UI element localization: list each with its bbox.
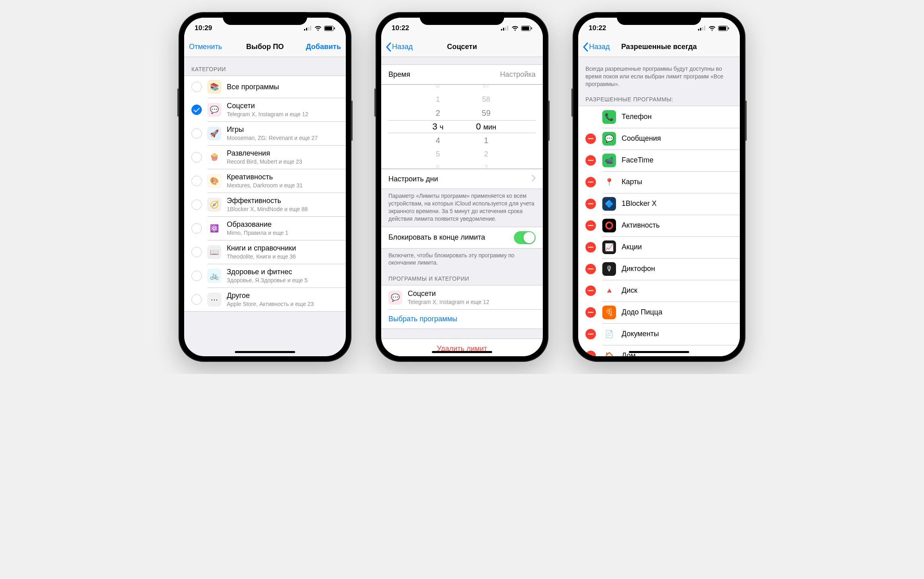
radio-unchecked[interactable] — [191, 128, 202, 139]
svg-rect-20 — [728, 27, 729, 29]
category-row[interactable]: 🧭Эффективность1Blocker X, MindNode и еще… — [184, 193, 346, 216]
app-icon: 🔷 — [602, 197, 616, 211]
svg-rect-12 — [522, 27, 529, 30]
category-title: Развлечения — [227, 149, 302, 158]
remove-button[interactable] — [585, 220, 596, 231]
allowed-app-row[interactable]: 🏠Дом — [578, 345, 740, 356]
allowed-app-row[interactable]: 💬Сообщения — [578, 128, 740, 150]
remove-button[interactable] — [585, 285, 596, 296]
block-at-end-row: Блокировать в конце лимита — [381, 227, 543, 248]
remove-button[interactable] — [585, 351, 596, 356]
app-icon: 📄 — [602, 327, 616, 341]
allowed-app-row[interactable]: 📹FaceTime — [578, 150, 740, 171]
category-list-container[interactable]: Категории 📚Все программы💬СоцсетиTelegram… — [184, 57, 346, 356]
allowed-app-row[interactable]: 📈Акции — [578, 236, 740, 258]
radio-unchecked[interactable] — [191, 247, 202, 257]
allowed-apps-container[interactable]: Всегда разрешенные программы будут досту… — [578, 57, 740, 356]
app-icon: 📞 — [602, 110, 616, 124]
bike-icon: 🚲 — [207, 269, 221, 283]
app-icon: ⭕ — [602, 219, 616, 232]
radio-unchecked[interactable] — [191, 176, 202, 186]
radio-checked[interactable] — [191, 105, 202, 115]
radio-unchecked[interactable] — [191, 294, 202, 305]
svg-rect-7 — [501, 29, 502, 31]
app-icon: 🔺 — [602, 284, 616, 298]
rocket-icon: 🚀 — [207, 127, 221, 140]
allowed-app-row[interactable]: 🔷1Blocker X — [578, 193, 740, 215]
more-icon: ⋯ — [207, 293, 221, 306]
allowed-app-row[interactable]: 📍Карты — [578, 171, 740, 193]
category-social-row[interactable]: 💬 Соцсети Telegram X, Instagram и еще 12 — [381, 285, 543, 309]
category-row[interactable]: 🎨КреативностьMextures, Darkroom и еще 31 — [184, 169, 346, 193]
category-subtitle: Mimo, Правила и еще 1 — [227, 230, 288, 236]
allowed-apps-list: 📞Телефон💬Сообщения📹FaceTime📍Карты🔷1Block… — [578, 106, 740, 356]
radio-unchecked[interactable] — [191, 82, 202, 92]
radio-unchecked[interactable] — [191, 152, 202, 162]
choose-apps-row[interactable]: Выбрать программы — [381, 309, 543, 329]
notch — [420, 12, 504, 25]
picker-minutes-col[interactable]: 57 58 59 0мин 1 2 3 — [462, 84, 510, 169]
category-row[interactable]: ⋯ДругоеApple Store, Активность и еще 23 — [184, 287, 346, 311]
remove-button[interactable] — [585, 307, 596, 318]
remove-button[interactable] — [585, 133, 596, 144]
category-row[interactable]: ⚛️ОбразованиеMimo, Правила и еще 1 — [184, 216, 346, 240]
remove-button[interactable] — [585, 155, 596, 166]
back-button[interactable]: Назад — [386, 43, 413, 51]
stack-icon: 📚 — [207, 80, 221, 94]
allowed-app-row[interactable]: 📞Телефон — [578, 106, 740, 128]
category-row[interactable]: 💬СоцсетиTelegram X, Instagram и еще 12 — [184, 98, 346, 121]
radio-unchecked[interactable] — [191, 199, 202, 210]
app-icon: 🏠 — [602, 349, 616, 356]
battery-icon — [324, 26, 335, 31]
block-toggle[interactable] — [514, 231, 536, 244]
add-button[interactable]: Добавить — [306, 43, 341, 51]
cancel-button[interactable]: Отменить — [189, 43, 222, 51]
allowed-app-row[interactable]: 🔺Диск — [578, 280, 740, 302]
category-row[interactable]: 📚Все программы — [184, 76, 346, 98]
category-row[interactable]: 🚲Здоровье и фитнесЗдоровье, Я.Здоровье и… — [184, 264, 346, 287]
limit-settings-container[interactable]: Время Настройка 0 1 2 3ч 4 5 6 57 58 59 — [381, 57, 543, 356]
cellular-icon — [501, 26, 509, 31]
chat-icon: 💬 — [388, 291, 402, 304]
svg-rect-5 — [325, 27, 332, 30]
back-button[interactable]: Назад — [583, 43, 610, 51]
block-label: Блокировать в конце лимита — [388, 233, 485, 242]
remove-button[interactable] — [585, 242, 596, 253]
chat-icon: 💬 — [207, 103, 221, 117]
category-row[interactable]: 🚀ИгрыMooseman, ZG: Revenant и еще 27 — [184, 121, 346, 145]
customize-days-row[interactable]: Настроить дни — [381, 169, 543, 189]
allowed-app-row[interactable]: 🎙Диктофон — [578, 258, 740, 280]
allowed-app-row[interactable]: ⭕Активность — [578, 215, 740, 236]
section-header-categories: Категории — [184, 57, 346, 76]
home-indicator[interactable] — [629, 351, 689, 353]
category-row[interactable]: 📖Книги и справочникиTheodolite, Книги и … — [184, 240, 346, 264]
category-title: Креативность — [227, 173, 303, 181]
remove-button[interactable] — [585, 329, 596, 339]
remove-button[interactable] — [585, 264, 596, 274]
svg-rect-2 — [308, 27, 309, 31]
remove-button[interactable] — [585, 199, 596, 209]
book-icon: 📖 — [207, 245, 221, 259]
home-indicator[interactable] — [432, 351, 492, 353]
category-row[interactable]: 🍿РазвлеченияRecord Bird, Mubert и еще 23 — [184, 145, 346, 169]
time-row-list: Время Настройка — [381, 64, 543, 84]
picker-hours-col[interactable]: 0 1 2 3ч 4 5 6 — [414, 84, 462, 169]
app-icon: 📍 — [602, 175, 616, 189]
radio-unchecked[interactable] — [191, 223, 202, 234]
nav-title: Выбор ПО — [246, 43, 283, 51]
time-picker[interactable]: 0 1 2 3ч 4 5 6 57 58 59 0мин 1 2 3 — [381, 84, 543, 169]
home-indicator[interactable] — [235, 351, 295, 353]
remove-button[interactable] — [585, 177, 596, 187]
allowed-app-row[interactable]: 📄Документы — [578, 323, 740, 345]
time-row[interactable]: Время Настройка — [381, 65, 543, 84]
delete-limit-button[interactable]: Удалить лимит — [381, 339, 543, 356]
phone-frame-1: 10:29 Отменить Выбор ПО Добавить Категор… — [179, 12, 351, 362]
category-title: Здоровье и фитнес — [227, 268, 308, 276]
picker-minutes-value: 0 — [476, 121, 481, 131]
category-title: Другое — [227, 292, 314, 300]
status-icons — [698, 26, 729, 31]
category-subtitle: Telegram X, Instagram и еще 12 — [227, 111, 308, 117]
allowed-app-row[interactable]: 🍕Додо Пицца — [578, 302, 740, 323]
radio-unchecked[interactable] — [191, 271, 202, 281]
customize-days-list: Настроить дни — [381, 169, 543, 189]
